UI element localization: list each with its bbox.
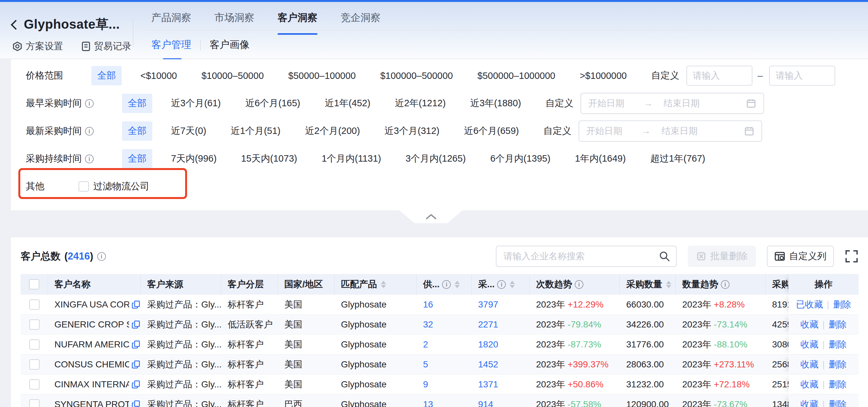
suppliers-count-link[interactable]: 32 xyxy=(423,319,433,330)
batch-delete-button[interactable]: 批量删除 xyxy=(688,246,756,267)
select-all-checkbox[interactable] xyxy=(29,279,39,289)
filter-option[interactable]: $50000–100000 xyxy=(282,67,362,84)
nav-tab-1[interactable]: 产品洞察 xyxy=(151,11,191,35)
filter-option[interactable]: >$1000000 xyxy=(574,67,633,84)
suppliers-count-link[interactable]: 9 xyxy=(423,379,428,389)
filter-option[interactable]: 近3年(1880) xyxy=(464,94,527,113)
sort-desc-icon[interactable] xyxy=(666,285,671,288)
date-range-picker[interactable]: 开始日期→结束日期 xyxy=(579,120,762,142)
filter-option[interactable]: 近1个月(51) xyxy=(225,121,286,141)
info-icon[interactable]: i xyxy=(85,155,94,163)
purchase-count-link[interactable]: 2271 xyxy=(478,319,498,330)
filter-option[interactable]: 6个月内(1395) xyxy=(485,149,556,168)
row-checkbox[interactable] xyxy=(29,300,40,310)
filter-option[interactable]: 自定义 xyxy=(646,66,685,85)
custom-min-input[interactable] xyxy=(686,66,752,86)
collapse-filters-button[interactable] xyxy=(399,210,463,223)
info-icon[interactable]: i xyxy=(575,280,583,289)
suppliers-count-link[interactable]: 5 xyxy=(423,359,428,370)
purchase-count-link[interactable]: 1820 xyxy=(478,339,498,350)
info-icon[interactable]: i xyxy=(85,99,94,108)
suppliers-count-link[interactable]: 13 xyxy=(423,399,433,407)
purchase-count-link[interactable]: 3797 xyxy=(478,300,498,310)
search-icon[interactable] xyxy=(659,251,670,262)
copy-icon[interactable] xyxy=(132,320,141,329)
suppliers-count-link[interactable]: 2 xyxy=(423,339,428,350)
info-icon[interactable]: i xyxy=(85,127,94,135)
filter-option-selected[interactable]: 全部 xyxy=(122,94,152,113)
filter-option[interactable]: 1年内(1649) xyxy=(569,149,632,168)
filter-option[interactable]: 自定义 xyxy=(539,94,579,113)
filter-option-selected[interactable]: 全部 xyxy=(91,66,122,85)
sort-icons[interactable] xyxy=(666,281,671,288)
nav-tab-2[interactable]: 市场洞察 xyxy=(214,11,254,35)
sort-icons[interactable] xyxy=(455,281,460,288)
custom-max-input[interactable] xyxy=(769,66,835,86)
favorite-link[interactable]: 收藏 xyxy=(800,358,818,371)
favorite-link[interactable]: 收藏 xyxy=(800,378,818,390)
favorite-link[interactable]: 收藏 xyxy=(800,398,818,407)
row-checkbox[interactable] xyxy=(29,399,40,407)
sort-icons[interactable] xyxy=(510,281,515,288)
suppliers-count-link[interactable]: 16 xyxy=(423,300,433,310)
filter-option[interactable]: 近6个月(659) xyxy=(458,121,525,141)
sort-asc-icon[interactable] xyxy=(381,281,386,284)
filter-option[interactable]: 近2年(1212) xyxy=(389,94,452,113)
filter-option[interactable]: 7天内(996) xyxy=(165,149,222,168)
filter-option[interactable]: $10000–50000 xyxy=(196,67,270,84)
row-checkbox[interactable] xyxy=(29,339,40,350)
filter-option[interactable]: 近2个月(200) xyxy=(299,121,366,141)
sort-desc-icon[interactable] xyxy=(510,285,515,288)
info-icon[interactable]: i xyxy=(497,280,506,289)
filter-logistics-checkbox[interactable] xyxy=(79,181,89,192)
filter-option[interactable]: 15天内(1073) xyxy=(235,149,303,168)
sort-icons[interactable] xyxy=(381,281,386,288)
filter-option-selected[interactable]: 全部 xyxy=(122,149,152,168)
delete-link[interactable]: 删除 xyxy=(829,398,847,407)
copy-icon[interactable] xyxy=(132,400,141,407)
sub-tab-2[interactable]: 客户画像 xyxy=(210,38,250,60)
purchase-count-link[interactable]: 914 xyxy=(478,399,493,407)
sort-desc-icon[interactable] xyxy=(455,285,460,288)
sub-tab-1[interactable]: 客户管理 xyxy=(151,38,191,60)
purchase-count-link[interactable]: 1371 xyxy=(478,379,498,389)
custom-columns-button[interactable]: 自定义列 xyxy=(767,246,834,267)
filter-option[interactable]: 近6个月(165) xyxy=(240,94,306,113)
fullscreen-icon[interactable] xyxy=(845,250,858,263)
back-icon[interactable] xyxy=(11,20,21,30)
filter-option[interactable]: 3个月内(1265) xyxy=(400,149,472,168)
filter-option[interactable]: 近7天(0) xyxy=(165,121,212,141)
filter-option[interactable]: 近3个月(61) xyxy=(165,94,227,113)
nav-tab-3[interactable]: 客户洞察 xyxy=(278,11,317,35)
filter-option[interactable]: <$10000 xyxy=(134,67,183,84)
info-icon[interactable]: i xyxy=(442,280,451,289)
sort-desc-icon[interactable] xyxy=(381,285,386,288)
delete-link[interactable]: 删除 xyxy=(829,318,847,331)
info-icon[interactable]: i xyxy=(97,252,106,261)
row-checkbox[interactable] xyxy=(29,379,40,389)
favorite-link[interactable]: 收藏 xyxy=(800,338,818,351)
filter-option[interactable]: 近1年(452) xyxy=(319,94,376,113)
copy-icon[interactable] xyxy=(132,340,141,349)
favorite-link[interactable]: 已收藏 xyxy=(796,299,823,311)
copy-icon[interactable] xyxy=(132,360,141,369)
copy-icon[interactable] xyxy=(132,380,141,389)
date-range-picker[interactable]: 开始日期→结束日期 xyxy=(581,93,764,114)
filter-option[interactable]: 超过1年(767) xyxy=(645,149,711,168)
filter-option[interactable]: $500000–1000000 xyxy=(472,67,561,84)
copy-icon[interactable] xyxy=(132,300,141,309)
delete-link[interactable]: 删除 xyxy=(829,378,847,390)
filter-option[interactable]: $100000–500000 xyxy=(374,67,459,84)
filter-option-selected[interactable]: 全部 xyxy=(122,121,152,141)
filter-option[interactable]: 近3个月(312) xyxy=(379,121,445,141)
purchase-count-link[interactable]: 1452 xyxy=(478,359,498,370)
filter-option[interactable]: 自定义 xyxy=(538,121,577,141)
row-checkbox[interactable] xyxy=(29,359,40,370)
info-icon[interactable]: i xyxy=(721,280,730,289)
delete-link[interactable]: 删除 xyxy=(829,358,847,371)
delete-link[interactable]: 删除 xyxy=(833,299,851,311)
filter-option[interactable]: 1个月内(1131) xyxy=(316,149,387,168)
sort-asc-icon[interactable] xyxy=(666,281,671,284)
nav-tab-4[interactable]: 竞企洞察 xyxy=(341,11,380,35)
row-checkbox[interactable] xyxy=(29,319,40,330)
